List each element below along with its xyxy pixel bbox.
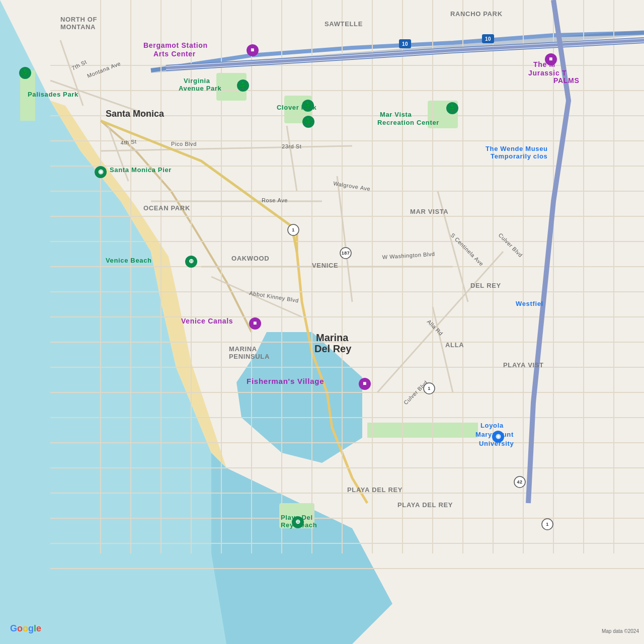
map-attribution: Map data ©2024	[602, 628, 639, 634]
google-logo: Google	[10, 623, 41, 634]
map-canvas	[0, 0, 644, 644]
map-container[interactable]: Google Map data ©2024	[0, 0, 644, 644]
